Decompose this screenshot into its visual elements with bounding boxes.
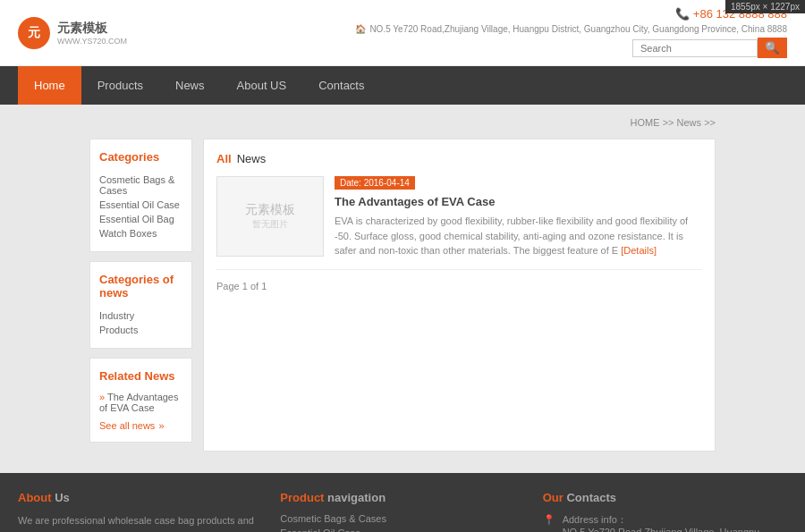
categories-title: Categories [99,150,182,164]
navigation: Home Products News About US Contacts [0,66,805,105]
sidebar-cat-2[interactable]: Essential Oil Case [99,198,182,212]
thumb-text: 元素模板 [245,202,295,218]
news-detail-link[interactable]: [Details] [621,245,657,256]
search-bar: 🔍 [632,38,787,58]
footer-product-accent: Product [280,491,324,504]
nav-products[interactable]: Products [81,66,159,105]
logo-sub-text: WWW.YS720.COM [57,37,127,46]
news-cat-products[interactable]: Products [99,323,182,337]
main-content: All News 元素模板 暂无图片 Date: 2016-04-14 The … [203,139,716,452]
address-label: Address info： [563,513,787,527]
sidebar-categories: Categories Cosmetic Bags & Cases Essenti… [89,139,192,252]
address-icon: 📍 [543,514,555,526]
search-input[interactable] [632,39,758,57]
news-item-1: 元素模板 暂无图片 Date: 2016-04-14 The Advantage… [216,176,702,270]
logo-main-text: 元素模板 [57,21,127,37]
sidebar: Categories Cosmetic Bags & Cases Essenti… [89,139,192,452]
section-all: All [216,152,232,165]
home-icon: 🏠 [355,24,366,34]
address-text: NO.5 Ye720 Road,Zhujiang Village, Huangp… [369,24,787,34]
footer-about: About Us We are professional wholesale c… [18,491,262,532]
related-news-text: News [141,369,175,383]
breadcrumb-news: News [677,117,702,128]
main-wrapper: HOME >> News >> Categories Cosmetic Bags… [89,105,716,460]
news-description: EVA is characterized by good flexibility… [335,214,702,258]
footer-about-title: About Us [18,491,262,504]
content-area: Categories Cosmetic Bags & Cases Essenti… [89,139,716,452]
nav-about[interactable]: About US [221,66,303,105]
footer-product-link-2[interactable]: Essential Oil Case [280,528,524,532]
pagination: Page 1 of 1 [216,281,702,291]
breadcrumb-home: HOME [631,117,660,128]
footer-about-rest: Us [55,491,70,504]
related-title: Related News [99,369,182,383]
section-header: All News [216,152,702,165]
see-all-arrow: » [158,420,164,431]
news-info: Date: 2016-04-14 The Advantages of EVA C… [335,176,702,258]
footer-contacts-accent: Our [543,491,564,504]
related-title-text: Related [99,369,141,383]
sidebar-related: Related News The Advantages of EVA Case … [89,358,192,443]
topbar: 元 元素模板 WWW.YS720.COM 📞 +86 132 8888 888 … [0,0,805,66]
screen-info: 1855px × 1227px [725,0,805,13]
logo-text: 元素模板 WWW.YS720.COM [57,21,127,46]
logo-area: 元 元素模板 WWW.YS720.COM [18,17,127,49]
related-item-1: The Advantages of EVA Case [99,392,182,413]
footer-about-accent: About [18,491,52,504]
news-cats-title-part1: Categories [99,273,159,286]
address-value: NO.5 Ye720 Road,Zhujiang Village, Huangp… [563,527,787,532]
footer-product-rest: navigation [327,491,386,504]
footer-products: Product navigation Cosmetic Bags & Cases… [280,491,524,532]
news-cat-industry[interactable]: Industry [99,308,182,323]
top-right: 📞 +86 132 8888 888 🏠 NO.5 Ye720 Road,Zhu… [355,7,787,58]
footer-contacts-rest: Contacts [566,491,616,504]
nav-home[interactable]: Home [18,66,81,105]
news-cats-title: Categories of news [99,273,182,300]
sidebar-cat-1[interactable]: Cosmetic Bags & Cases [99,173,182,198]
address-bar: 🏠 NO.5 Ye720 Road,Zhujiang Village, Huan… [355,24,787,34]
search-button[interactable]: 🔍 [758,38,787,58]
breadcrumb: HOME >> News >> [89,114,716,131]
sidebar-cat-4[interactable]: Watch Boxes [99,226,182,241]
footer-product-link-1[interactable]: Cosmetic Bags & Cases [280,513,524,524]
section-news: News [237,152,267,165]
breadcrumb-sep2: >> [704,117,716,128]
breadcrumb-sep1: >> [663,117,677,128]
news-title: The Advantages of EVA Case [335,195,702,208]
footer-products-title: Product navigation [280,491,524,504]
see-all-link[interactable]: See all news » [99,420,182,431]
nav-news[interactable]: News [159,66,221,105]
news-date: Date: 2016-04-14 [335,176,415,190]
nav-contacts[interactable]: Contacts [302,66,380,105]
footer: About Us We are professional wholesale c… [0,473,805,532]
footer-about-desc: We are professional wholesale case bag p… [18,513,262,532]
footer-contacts-title: Our Contacts [543,491,787,504]
phone-icon: 📞 [675,7,690,21]
logo-icon: 元 [18,17,50,49]
footer-address-item: 📍 Address info： NO.5 Ye720 Road,Zhujiang… [543,513,787,532]
see-all-label: See all news [99,420,155,431]
news-thumbnail: 元素模板 暂无图片 [216,176,324,257]
sidebar-news-cats: Categories of news Industry Products [89,261,192,349]
thumb-sub: 暂无图片 [252,218,288,231]
sidebar-cat-3[interactable]: Essential Oil Bag [99,212,182,226]
footer-contacts: Our Contacts 📍 Address info： NO.5 Ye720 … [543,491,787,532]
